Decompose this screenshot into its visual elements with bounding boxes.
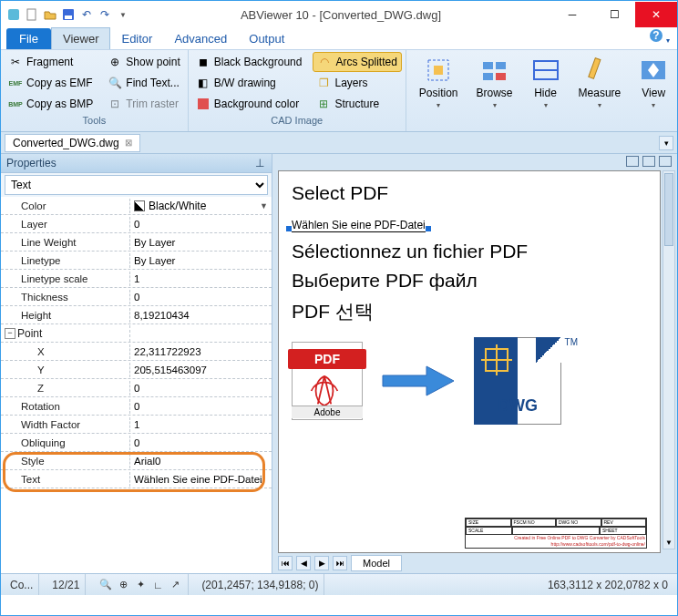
canvas-max-icon[interactable] <box>642 156 655 167</box>
canvas-close-icon[interactable] <box>659 156 672 167</box>
output-tab[interactable]: Output <box>238 28 295 49</box>
prop-val: Black/White <box>149 200 206 212</box>
close-button[interactable]: ✕ <box>635 2 677 27</box>
object-type-select[interactable]: Text <box>5 175 268 195</box>
prop-val[interactable]: Wählen Sie eine PDF-Datei <box>130 472 272 487</box>
prop-key: Z <box>1 381 130 395</box>
layers-button[interactable]: ❐Layers <box>313 73 401 93</box>
color-value[interactable]: Black/White▼ <box>130 198 272 214</box>
pin-icon[interactable]: ⊥ <box>253 157 266 169</box>
prop-val[interactable]: 0 <box>130 217 272 231</box>
status-icon-2[interactable]: ⊕ <box>116 578 130 592</box>
collapse-icon[interactable]: − <box>5 328 15 339</box>
prop-val[interactable]: By Layer <box>130 235 272 250</box>
status-icon-3[interactable]: ✦ <box>133 578 148 592</box>
save-icon[interactable] <box>61 7 76 22</box>
bgcolor-button[interactable]: Background color <box>192 94 306 114</box>
black-bg-button[interactable]: ◼Black Background <box>192 52 306 72</box>
color-swatch-icon <box>134 200 145 211</box>
prop-val[interactable]: 1 <box>130 417 272 432</box>
new-icon[interactable] <box>25 7 39 22</box>
vertical-scrollbar[interactable]: ▲▼ <box>663 170 675 549</box>
view-button[interactable]: View▾ <box>630 52 677 113</box>
show-point-button[interactable]: ⊕Show point <box>104 52 183 72</box>
prop-val[interactable]: 1 <box>130 272 272 286</box>
file-tab[interactable]: File <box>6 28 51 49</box>
svg-rect-1 <box>27 9 36 20</box>
prop-key: Rotation <box>1 399 130 414</box>
minimize-button[interactable]: ─ <box>551 2 593 27</box>
group-label: Tools <box>5 114 184 128</box>
qat-dropdown-icon[interactable]: ▼ <box>116 7 130 22</box>
tab-last-icon[interactable]: ⏭ <box>333 556 347 570</box>
status-co[interactable]: Co... <box>5 574 39 595</box>
dropdown-icon[interactable]: ▼ <box>260 201 268 210</box>
browse-label: Browse <box>477 87 513 99</box>
undo-icon[interactable]: ↶ <box>79 7 94 22</box>
prop-val[interactable]: 0 <box>130 399 272 414</box>
prop-val[interactable]: Arial0 <box>130 454 272 468</box>
bw-button[interactable]: ◧B/W drawing <box>192 73 306 93</box>
prop-val[interactable]: 0 <box>130 290 272 304</box>
pdf-icon: PDF Adobe <box>292 342 363 420</box>
status-icon-4[interactable]: ∟ <box>150 578 165 592</box>
find-text-button[interactable]: 🔍Find Text... <box>104 73 183 93</box>
titleblock: SIZEFSCM NODWG NOREV SCALESHEET Created … <box>465 518 647 549</box>
open-icon[interactable] <box>43 7 57 22</box>
maximize-button[interactable]: ☐ <box>593 2 635 27</box>
black-bg-label: Black Background <box>214 56 303 68</box>
viewer-tab[interactable]: Viewer <box>51 27 111 49</box>
doctab-label: Converted_DWG.dwg <box>13 137 119 149</box>
prop-val[interactable]: 22,311722923 <box>130 344 272 359</box>
prop-val[interactable]: 8,19210434 <box>130 308 272 323</box>
copy-bmp-button[interactable]: BMPCopy as BMP <box>5 94 97 114</box>
scroll-down-icon[interactable]: ▼ <box>663 536 674 549</box>
position-button[interactable]: Position▾ <box>410 52 467 113</box>
measure-button[interactable]: Measure▾ <box>570 52 631 113</box>
layers-label: Layers <box>334 77 367 89</box>
status-icon-5[interactable]: ↗ <box>168 578 182 592</box>
document-tabs: Converted_DWG.dwg⊠ ▾ <box>1 132 677 154</box>
measure-label: Measure <box>579 87 622 99</box>
arcs-splitted-button[interactable]: ◠Arcs Splitted <box>313 52 401 72</box>
structure-button[interactable]: ⊞Structure <box>313 94 401 114</box>
titlebar: ↶ ↷ ▼ ABViewer 10 - [Converted_DWG.dwg] … <box>1 1 677 28</box>
show-point-label: Show point <box>126 56 180 68</box>
advanced-tab[interactable]: Advanced <box>163 28 238 49</box>
doctab-menu[interactable]: ▾ <box>659 136 673 150</box>
ribbon-group-position: Position▾ Browse▾ Hide▾ Measure▾ View▾ <box>406 50 678 131</box>
trim-raster-label: Trim raster <box>126 98 179 110</box>
prop-val[interactable]: 0 <box>130 436 272 450</box>
canvas-text: Выберите PDF файл <box>292 270 647 292</box>
prop-category[interactable]: −Point <box>1 325 130 342</box>
drawing-canvas[interactable]: Select PDF Wählen Sie eine PDF-Datei Sél… <box>278 170 661 553</box>
prop-key: Width Factor <box>1 417 130 432</box>
trim-raster-button[interactable]: ⊡Trim raster <box>104 94 183 114</box>
doctab-close-icon[interactable]: ⊠ <box>125 138 132 148</box>
document-tab[interactable]: Converted_DWG.dwg⊠ <box>5 134 140 152</box>
tab-first-icon[interactable]: ⏮ <box>278 556 293 570</box>
canvas-text-selected[interactable]: Wählen Sie eine PDF-Datei <box>292 211 647 233</box>
redo-icon[interactable]: ↷ <box>98 7 112 22</box>
model-tab[interactable]: Model <box>351 555 402 571</box>
tab-prev-icon[interactable]: ◀ <box>296 556 311 570</box>
ribbon-tabs: File Viewer Editor Advanced Output ? ▾ <box>1 28 677 50</box>
status-icon-1[interactable]: 🔍 <box>98 578 113 592</box>
help-button[interactable]: ? ▾ <box>642 25 677 49</box>
arcs-icon: ◠ <box>317 55 332 69</box>
canvas-min-icon[interactable] <box>626 156 639 167</box>
editor-tab[interactable]: Editor <box>110 28 163 49</box>
prop-val[interactable]: By Layer <box>130 253 272 268</box>
bw-label: B/W drawing <box>214 77 276 89</box>
arrow-icon <box>379 363 457 399</box>
prop-val[interactable]: 0 <box>130 381 272 395</box>
statusbar: Co... 12/21 🔍 ⊕ ✦ ∟ ↗ (201,2457; 134,918… <box>1 573 677 595</box>
prop-val[interactable]: 205,515463097 <box>130 363 272 377</box>
fragment-icon: ✂ <box>8 55 23 69</box>
hide-button[interactable]: Hide▾ <box>522 52 570 113</box>
tab-next-icon[interactable]: ▶ <box>314 556 329 570</box>
copy-emf-button[interactable]: EMFCopy as EMF <box>5 73 97 93</box>
browse-button[interactable]: Browse▾ <box>467 52 522 113</box>
scroll-thumb[interactable] <box>664 173 673 246</box>
fragment-button[interactable]: ✂Fragment <box>5 52 97 72</box>
